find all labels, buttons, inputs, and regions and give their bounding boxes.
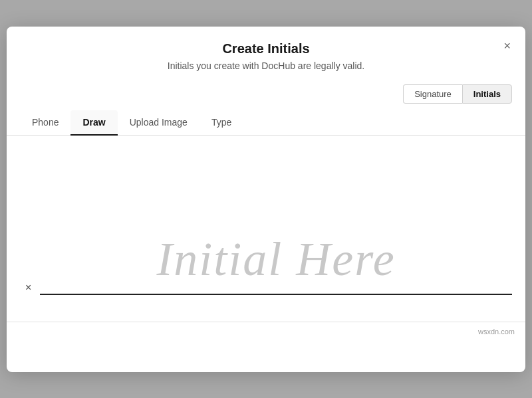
tab-phone[interactable]: Phone [20, 110, 70, 136]
draw-area[interactable]: × Initial Here [20, 155, 512, 302]
modal-header: Create Initials Initials you create with… [7, 27, 525, 78]
modal-subtitle: Initials you create with DocHub are lega… [20, 60, 512, 71]
close-button[interactable]: × [501, 37, 513, 54]
tabs-bar: Phone Draw Upload Image Type [7, 110, 525, 136]
clear-button[interactable]: × [20, 279, 37, 296]
tab-type[interactable]: Type [200, 110, 243, 136]
signature-toggle-button[interactable]: Signature [403, 84, 462, 104]
footer-brand: wsxdn.com [7, 322, 525, 338]
signature-canvas[interactable]: Initial Here [40, 232, 512, 295]
modal-title: Create Initials [20, 41, 512, 56]
initials-toggle-button[interactable]: Initials [462, 84, 512, 104]
toggle-group: Signature Initials [7, 78, 525, 104]
modal-overlay: Create Initials Initials you create with… [0, 0, 532, 398]
signature-baseline [40, 294, 512, 295]
signature-placeholder-text: Initial Here [40, 232, 512, 294]
tab-draw[interactable]: Draw [70, 110, 117, 136]
modal: Create Initials Initials you create with… [7, 27, 525, 372]
tab-upload-image[interactable]: Upload Image [118, 110, 200, 136]
